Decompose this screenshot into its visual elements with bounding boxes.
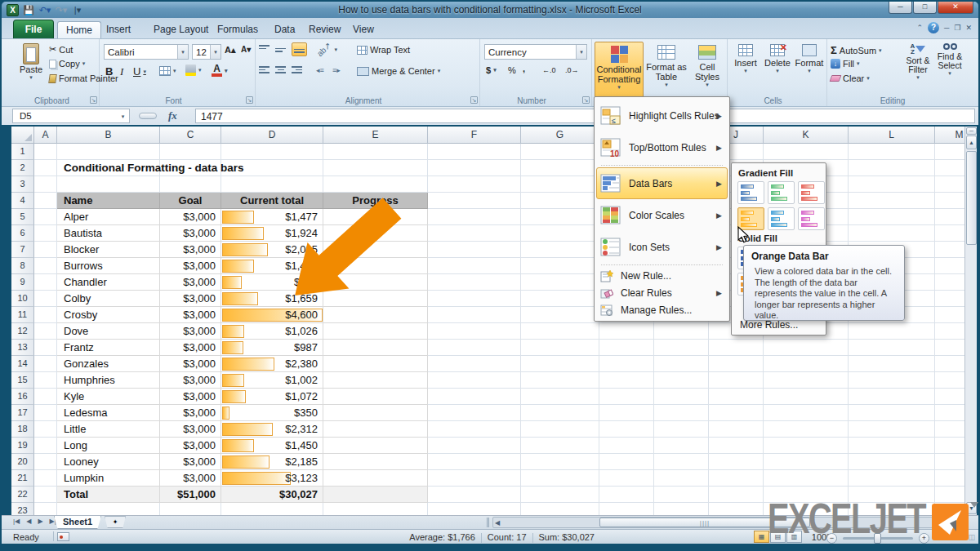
tab-formulas[interactable]: Formulas xyxy=(209,21,266,38)
row-header-22[interactable]: 22 xyxy=(11,487,34,503)
row-header-20[interactable]: 20 xyxy=(11,454,34,470)
cell-progress[interactable] xyxy=(323,454,428,470)
maximize-icon[interactable]: □ xyxy=(913,2,937,14)
row-header-9[interactable]: 9 xyxy=(11,274,34,291)
alignment-dialog-launcher-icon[interactable]: ↘ xyxy=(470,96,478,104)
row-header-16[interactable]: 16 xyxy=(11,389,34,405)
column-header-E[interactable]: E xyxy=(323,127,428,144)
cell-progress[interactable] xyxy=(323,389,428,405)
row-header-8[interactable]: 8 xyxy=(11,258,34,274)
wrap-text-button[interactable]: Wrap Text xyxy=(357,45,410,55)
vertical-scrollbar[interactable]: ─ ▲ ▼ xyxy=(964,127,977,515)
first-sheet-icon[interactable]: |◀ xyxy=(13,518,20,525)
row-header-3[interactable]: 3 xyxy=(11,176,34,193)
menu-item-clear-rules[interactable]: Clear Rules▶ xyxy=(596,284,728,301)
cell-progress[interactable] xyxy=(323,405,428,421)
tab-insert[interactable]: Insert xyxy=(98,21,139,38)
orientation-button[interactable]: ab↗▾ xyxy=(316,45,337,54)
number-dialog-launcher-icon[interactable]: ↘ xyxy=(582,96,590,104)
tab-review[interactable]: Review xyxy=(301,21,349,38)
scroll-left-icon[interactable]: ◀ xyxy=(495,519,500,527)
cell-name[interactable]: Crosby xyxy=(57,307,160,323)
cell-name[interactable]: Frantz xyxy=(57,340,160,356)
cell-name[interactable]: Colby xyxy=(57,291,160,307)
row-header-18[interactable]: 18 xyxy=(11,421,34,438)
paste-button[interactable]: Paste ▾ xyxy=(16,43,46,81)
cell-name[interactable]: Blocker xyxy=(57,242,160,258)
row-header-1[interactable]: 1 xyxy=(11,144,34,160)
cell-current[interactable]: $3,123 xyxy=(221,470,323,487)
row-header-13[interactable]: 13 xyxy=(11,340,34,356)
find-select-button[interactable]: Find & Select▾ xyxy=(935,43,964,77)
formula-input[interactable]: 1477 xyxy=(195,109,975,123)
row-header-4[interactable]: 4 xyxy=(11,193,34,209)
row-header-6[interactable]: 6 xyxy=(11,225,34,242)
menu-item-new-rule[interactable]: New Rule... xyxy=(596,267,728,284)
cell-goal[interactable]: $3,000 xyxy=(160,454,221,470)
total-progress[interactable] xyxy=(323,487,428,503)
font-dialog-launcher-icon[interactable]: ↘ xyxy=(246,96,253,104)
sort-filter-button[interactable]: AZ Sort & Filter▾ xyxy=(902,43,933,81)
cell-name[interactable]: Little xyxy=(57,421,160,438)
cell-current[interactable]: $2,380 xyxy=(221,356,323,372)
cell-goal[interactable]: $3,000 xyxy=(160,274,221,291)
cell-current[interactable]: $1,026 xyxy=(221,323,323,340)
cell-progress[interactable] xyxy=(323,421,428,438)
cell-goal[interactable]: $3,000 xyxy=(160,405,221,421)
increase-indent-button[interactable]: ≡▸ xyxy=(332,66,341,74)
formula-bar-grip[interactable] xyxy=(139,113,157,119)
align-right-button[interactable] xyxy=(292,66,302,73)
tab-data[interactable]: Data xyxy=(266,21,303,38)
format-cells-button[interactable]: Format▾ xyxy=(795,44,824,74)
swatch-purple-data-bar[interactable] xyxy=(798,207,825,230)
cell-current[interactable]: $1,002 xyxy=(221,372,323,389)
cell-progress[interactable] xyxy=(323,438,428,454)
autosum-button[interactable]: ΣAutoSum▾ xyxy=(831,44,882,56)
cell-current[interactable]: $2,185 xyxy=(221,454,323,470)
cell-current[interactable]: $350 xyxy=(221,405,323,421)
swatch-red-data-bar[interactable] xyxy=(798,181,825,204)
row-header-23[interactable]: 23 xyxy=(11,503,34,515)
scroll-up-icon[interactable]: ▲ xyxy=(966,136,977,149)
cell-current[interactable]: $1,072 xyxy=(221,389,323,405)
grow-font-button[interactable]: A▴ xyxy=(225,45,235,56)
collapse-ribbon-icon[interactable]: ⌃ xyxy=(916,24,923,32)
column-header-B[interactable]: B xyxy=(57,127,160,144)
decrease-indent-button[interactable]: ◂≡ xyxy=(316,66,324,74)
conditional-formatting-button[interactable]: Conditional Formatting ▾ xyxy=(595,42,644,100)
cell-name[interactable]: Looney xyxy=(57,454,160,470)
borders-button[interactable]: ▾ xyxy=(159,66,176,76)
copy-button[interactable]: Copy▾ xyxy=(49,59,85,69)
underline-button[interactable]: U▾ xyxy=(133,65,146,78)
menu-item-icon-sets[interactable]: Icon Sets▶ xyxy=(596,231,728,263)
cell-goal[interactable]: $3,000 xyxy=(160,258,221,274)
next-sheet-icon[interactable]: ▶ xyxy=(38,518,42,525)
cell-progress[interactable] xyxy=(323,356,428,372)
cell-progress[interactable] xyxy=(323,340,428,356)
cell-name[interactable]: Lumpkin xyxy=(57,470,160,487)
merge-center-button[interactable]: Merge & Center▾ xyxy=(357,66,440,76)
shrink-font-button[interactable]: A▾ xyxy=(241,45,251,54)
workbook-close-icon[interactable]: ✕ xyxy=(965,24,972,32)
cell-name[interactable]: Humphries xyxy=(57,372,160,389)
tab-view[interactable]: View xyxy=(345,21,382,38)
swatch-green-data-bar[interactable] xyxy=(768,181,795,204)
total-current[interactable]: $30,027 xyxy=(221,487,323,503)
swatch-blue-data-bar[interactable] xyxy=(737,181,764,204)
cell-goal[interactable]: $3,000 xyxy=(160,470,221,487)
workbook-restore-icon[interactable]: ❐ xyxy=(954,24,960,32)
cell-goal[interactable]: $3,000 xyxy=(160,225,221,242)
row-header-19[interactable]: 19 xyxy=(11,438,34,454)
cell-goal[interactable]: $3,000 xyxy=(160,356,221,372)
swatch-light-blue-data-bar[interactable] xyxy=(768,207,795,230)
font-name-combo[interactable]: Calibri▾ xyxy=(104,44,189,60)
accounting-format-button[interactable]: $▾ xyxy=(486,65,497,75)
cell-current[interactable]: $1,450 xyxy=(221,438,323,454)
macro-record-icon[interactable] xyxy=(57,532,69,541)
middle-align-button[interactable] xyxy=(275,45,286,52)
cell-progress[interactable] xyxy=(323,470,428,487)
menu-item-top-bottom-rules[interactable]: 10Top/Bottom Rules▶ xyxy=(596,131,728,163)
tab-home[interactable]: Home xyxy=(57,21,101,38)
column-header-G[interactable]: G xyxy=(521,127,599,144)
menu-item-highlight-cells-rules[interactable]: ≤Highlight Cells Rules▶ xyxy=(596,100,728,131)
